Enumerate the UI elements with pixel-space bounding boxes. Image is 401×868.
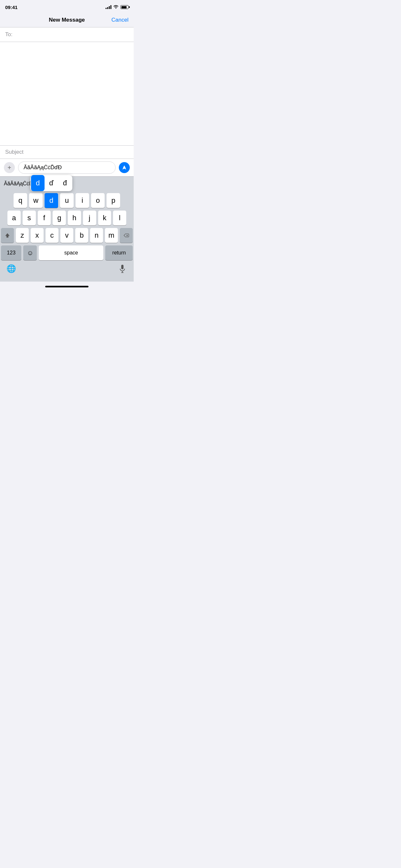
key-w[interactable]: w [29,193,42,208]
keyboard-row-1: q w d d ď đ u i o p [1,193,133,208]
key-h[interactable]: h [68,211,81,225]
status-time: 09:41 [5,4,18,10]
add-attachment-button[interactable]: + [4,162,15,173]
key-i[interactable]: i [75,193,89,208]
keyboard: q w d d ď đ u i o p a s f g h j k l [0,190,134,282]
key-l[interactable]: l [113,211,126,225]
key-n[interactable]: n [90,228,103,243]
delete-key[interactable] [120,228,133,243]
delete-icon [123,233,129,238]
send-icon [122,165,127,170]
status-icons [105,5,128,9]
space-key[interactable]: space [39,245,103,260]
wifi-icon [113,5,119,9]
to-label: To: [5,31,12,38]
message-input[interactable]: ĂăĂăĄąĊċĎďĐ [18,161,116,174]
emoji-key[interactable]: ☺ [23,245,37,260]
signal-icon [105,5,112,9]
battery-icon [120,5,128,9]
subject-input[interactable] [5,149,128,155]
nav-bar: New Message Cancel [0,14,134,27]
key-b[interactable]: b [75,228,88,243]
numbers-key[interactable]: 123 [1,245,21,260]
keyboard-row-5: 🌐 [1,263,133,280]
key-o[interactable]: o [91,193,104,208]
keyboard-row-2: a s f g h j k l [1,211,133,225]
key-j[interactable]: j [83,211,96,225]
key-f[interactable]: f [38,211,51,225]
bottom-compose: + ĂăĂăĄąĊċĎďĐ [0,145,134,176]
to-input[interactable] [14,31,128,38]
svg-rect-3 [121,265,124,269]
return-key[interactable]: return [105,245,133,260]
keyboard-row-3: z x c v b n m [1,228,133,243]
keyboard-row-4: 123 ☺ space return [1,245,133,260]
home-indicator [45,286,89,287]
key-s[interactable]: s [23,211,36,225]
key-g[interactable]: g [53,211,66,225]
key-p[interactable]: p [106,193,120,208]
microphone-icon [119,264,126,273]
key-u[interactable]: u [60,193,73,208]
cursor [43,181,43,187]
cancel-button[interactable]: Cancel [112,17,128,23]
shift-icon [4,232,10,238]
autocomplete-bar: ĂăĂăĄąĊċĎďĐ" [0,176,134,190]
to-row: To: [0,27,134,42]
autocomplete-text: ĂăĂăĄąĊċĎďĐ" [4,181,42,187]
compose-area: To: [0,27,134,145]
key-k[interactable]: k [98,211,112,225]
key-x[interactable]: x [31,228,43,243]
key-v[interactable]: v [60,228,73,243]
key-z[interactable]: z [16,228,29,243]
body-area[interactable] [0,42,134,145]
key-a[interactable]: a [7,211,21,225]
send-button[interactable] [119,162,130,173]
key-m[interactable]: m [105,228,118,243]
svg-marker-0 [123,166,126,167]
page-title: New Message [49,17,85,23]
status-bar: 09:41 [0,0,134,14]
key-q[interactable]: q [13,193,27,208]
message-row: + ĂăĂăĄąĊċĎďĐ [0,159,134,176]
shift-key[interactable] [1,228,14,243]
mic-key[interactable] [116,264,129,275]
subject-row [0,146,134,159]
key-d[interactable]: d d ď đ [44,193,58,208]
globe-key[interactable]: 🌐 [5,264,18,275]
key-c[interactable]: c [45,228,58,243]
